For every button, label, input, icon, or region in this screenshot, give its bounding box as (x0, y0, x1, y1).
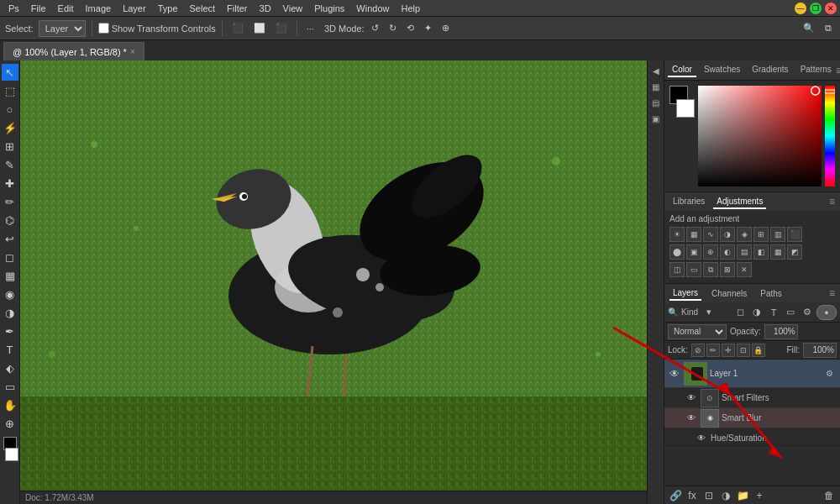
layers-panel-menu[interactable]: ≡ (829, 287, 835, 299)
adj-bw[interactable]: ⬛ (787, 227, 802, 242)
close-button[interactable]: ✕ (825, 3, 837, 14)
color-gradient-box[interactable] (698, 86, 822, 186)
panel-layers-btn[interactable]: ▤ (649, 96, 663, 109)
text-tool[interactable]: T (2, 341, 18, 358)
adj-linked[interactable]: ⊠ (720, 262, 735, 277)
menu-file[interactable]: File (26, 2, 51, 15)
lock-artboard[interactable]: ⊡ (737, 344, 750, 357)
adj-mask[interactable]: ▭ (686, 262, 701, 277)
menu-type[interactable]: Type (153, 2, 183, 15)
more-btn[interactable]: ··· (303, 22, 318, 35)
clone-tool[interactable]: ⌬ (2, 212, 18, 228)
eyedropper-tool[interactable]: ✎ (2, 156, 18, 173)
minimize-button[interactable]: — (795, 3, 806, 14)
menu-plugins[interactable]: Plugins (309, 2, 349, 15)
zoom-tool[interactable]: ⊕ (2, 415, 18, 432)
color-tab-gradients[interactable]: Gradients (748, 63, 792, 77)
menu-3d[interactable]: 3D (255, 2, 276, 15)
adj-curves[interactable]: ∿ (703, 227, 718, 242)
lasso-tool[interactable]: ○ (2, 101, 18, 118)
shape-tool[interactable]: ▭ (2, 378, 18, 395)
adj-gradient-map[interactable]: ▦ (770, 244, 785, 260)
3d-btn-3[interactable]: ⟲ (403, 21, 417, 35)
background-swatch[interactable] (676, 99, 695, 118)
color-hue-bar[interactable] (825, 86, 835, 186)
panel-color-btn[interactable]: ▣ (649, 112, 663, 125)
show-transform-checkbox[interactable] (98, 23, 109, 34)
arrange-btn[interactable]: ⧉ (822, 21, 835, 35)
new-layer-btn[interactable]: + (752, 488, 767, 503)
3d-btn-2[interactable]: ↻ (386, 21, 400, 35)
pen-tool[interactable]: ✒ (2, 323, 18, 339)
layers-tab-layers[interactable]: Layers (669, 286, 701, 301)
history-tool[interactable]: ↩ (2, 230, 18, 247)
color-tab-patterns[interactable]: Patterns (796, 63, 836, 77)
dodge-tool[interactable]: ◑ (2, 304, 18, 321)
adj-tab-libraries[interactable]: Libraries (669, 195, 708, 209)
layer-sub-smart-blur[interactable]: 👁 ◉ Smart Blur (664, 408, 840, 428)
select-tool[interactable]: ⬚ (2, 82, 18, 99)
adj-smart-obj[interactable]: ◫ (669, 262, 685, 277)
menu-ps[interactable]: Ps (3, 2, 24, 15)
healing-tool[interactable]: ✚ (2, 175, 18, 192)
adj-channel-mixer[interactable]: ▣ (686, 244, 701, 260)
color-tab-color[interactable]: Color (668, 63, 696, 77)
menu-edit[interactable]: Edit (53, 2, 79, 15)
smart-blur-visibility[interactable]: 👁 (685, 412, 698, 425)
adj-invert[interactable]: ◐ (720, 244, 735, 260)
layer-mask-btn[interactable]: ⊡ (701, 488, 717, 503)
magic-wand-tool[interactable]: ⚡ (2, 119, 18, 136)
kind-filter-btn[interactable]: ▾ (701, 305, 717, 320)
layers-tab-channels[interactable]: Channels (708, 287, 750, 300)
adj-exposure[interactable]: ◑ (720, 227, 735, 242)
hue-sat-visibility[interactable]: 👁 (695, 432, 708, 445)
crop-tool[interactable]: ⊞ (2, 138, 18, 155)
layer-sub-hue-sat[interactable]: 👁 Hue/Saturation (664, 428, 840, 449)
layer-type-shape-btn[interactable]: ▭ (783, 305, 798, 320)
lock-image[interactable]: ✏ (706, 344, 720, 357)
adj-levels[interactable]: ▦ (686, 227, 701, 242)
canvas-area[interactable]: Doc: 1.72M/3.43M (20, 60, 647, 504)
layer-select[interactable]: Layer (39, 20, 86, 37)
adj-delete[interactable]: ✕ (737, 262, 752, 277)
eraser-tool[interactable]: ◻ (2, 249, 18, 265)
menu-window[interactable]: Window (351, 2, 394, 15)
layer-folder-btn[interactable]: 📁 (735, 488, 750, 503)
menu-view[interactable]: View (278, 2, 308, 15)
delete-layer-btn[interactable]: 🗑 (822, 488, 837, 503)
layer-link-btn[interactable]: 🔗 (668, 488, 683, 503)
3d-btn-5[interactable]: ⊕ (438, 21, 453, 35)
panel-adjust-btn[interactable]: ▦ (649, 80, 663, 93)
menu-select[interactable]: Select (185, 2, 221, 15)
blend-mode-select[interactable]: Normal Multiply Screen (668, 324, 727, 339)
gradient-tool[interactable]: ▦ (2, 267, 18, 284)
background-color[interactable] (5, 448, 18, 461)
layer-adj-btn[interactable]: ◑ (718, 488, 733, 503)
hand-tool[interactable]: ✋ (2, 396, 18, 413)
align-center-btn[interactable]: ⬜ (250, 21, 269, 35)
path-select-tool[interactable]: ⬖ (2, 360, 18, 376)
smart-filters-visibility[interactable]: 👁 (685, 391, 698, 405)
adj-panel-menu[interactable]: ≡ (829, 196, 835, 207)
blur-tool[interactable]: ◉ (2, 286, 18, 302)
color-panel-menu[interactable]: ≡ (836, 65, 840, 76)
layers-tab-paths[interactable]: Paths (757, 287, 785, 300)
canvas-tab[interactable]: @ 100% (Layer 1, RGB/8) * × (3, 42, 144, 60)
adj-clipping[interactable]: ⧉ (703, 262, 718, 277)
3d-btn-4[interactable]: ✦ (421, 21, 435, 35)
layer-sub-smart-filters[interactable]: 👁 ⊙ Smart Filters (664, 388, 840, 408)
adj-hue-sat[interactable]: ⊞ (753, 227, 769, 242)
search-btn[interactable]: 🔍 (800, 21, 818, 35)
opacity-input[interactable] (764, 324, 798, 339)
layer-type-pixel-btn[interactable]: ◻ (732, 305, 748, 320)
adj-photo-filter[interactable]: ⬤ (669, 244, 685, 260)
move-tool[interactable]: ↖ (2, 64, 18, 81)
layer1-visibility[interactable]: 👁 (668, 367, 681, 381)
adj-selective-color[interactable]: ◩ (787, 244, 802, 260)
menu-filter[interactable]: Filter (222, 2, 252, 15)
layer-type-adj-btn[interactable]: ◑ (749, 305, 764, 320)
layer-type-text-btn[interactable]: T (766, 305, 781, 320)
layer-fx-btn[interactable]: fx (685, 488, 700, 503)
menu-help[interactable]: Help (396, 2, 425, 15)
align-right-btn[interactable]: ⬛ (272, 21, 291, 35)
